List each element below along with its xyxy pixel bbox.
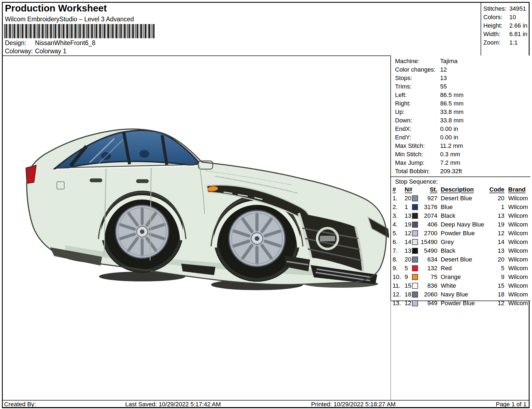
stop-row-needle: 18 (405, 290, 412, 299)
stop-row-code: 13 (485, 211, 504, 220)
stop-row-brand: Wilcom (504, 194, 528, 203)
machine-info-row: Right:86.5 mm (395, 99, 530, 108)
machine-info-row: Machine:Tajima (395, 57, 530, 65)
stop-sequence-row: 10.975Orange9Wilcom (393, 273, 530, 281)
last-saved-text: Last Saved: 10/29/2022 5:17:42 AM (125, 401, 221, 408)
stop-row-number: 11. (393, 281, 405, 290)
stop-row-brand: Wilcom (504, 290, 528, 299)
stat-value: 1:1 (509, 39, 518, 46)
colorway-row: Colorway:Colorway 1 (5, 48, 66, 55)
machine-info-row: EndY:0.00 in (395, 133, 530, 142)
stop-row-stitches: 927 (418, 194, 439, 203)
machine-panel: Machine:TajimaColor changes:12Stops:13Tr… (390, 55, 530, 301)
created-by-label: Created By: (4, 401, 36, 408)
stop-row-needle: 20 (405, 255, 412, 264)
machine-info-label: Max Stitch: (395, 142, 440, 150)
color-swatch (412, 274, 418, 280)
color-swatch (412, 204, 418, 210)
stop-row-brand: Wilcom (504, 211, 528, 220)
stop-row-stitches: 5490 (418, 246, 439, 255)
footer: Created By: Last Saved: 10/29/2022 5:17:… (3, 400, 529, 408)
software-subtitle: Wilcom EmbroideryStudio – Level 3 Advanc… (5, 16, 134, 23)
swatch-cell (412, 229, 418, 238)
stop-row-stitches: 634 (418, 255, 439, 264)
stop-sequence-row: 2.13176Blue1Wilcom (393, 203, 530, 211)
machine-info-label: Min Stitch: (395, 150, 440, 158)
stat-value: 10 (509, 14, 516, 20)
stop-row-number: 7. (393, 246, 405, 255)
stop-row-needle: 13 (405, 246, 412, 255)
machine-info-row: Max Stitch:11.2 mm (395, 142, 530, 150)
stat-row: Zoom:1:1 (483, 38, 531, 47)
stop-row-needle: 9 (405, 273, 412, 281)
col-header-n: N# (405, 186, 412, 194)
machine-info-label: Down: (395, 116, 440, 125)
machine-info-value: 86.5 mm (440, 92, 464, 98)
stop-row-needle: 19 (405, 220, 412, 229)
stop-row-description: Desert Blue (439, 194, 485, 203)
swatch-cell (412, 194, 418, 203)
color-swatch (412, 257, 418, 263)
machine-info-value: 0.00 in (440, 134, 458, 141)
stop-row-stitches: 2700 (418, 229, 439, 238)
stop-row-brand: Wilcom (504, 203, 528, 211)
stop-row-description: Grey (439, 238, 485, 246)
stop-row-stitches: 75 (418, 273, 439, 281)
stop-row-description: Black (439, 246, 485, 255)
stat-row: Stitches:34951 (483, 4, 531, 13)
stop-row-code: 20 (485, 194, 504, 203)
stat-row: Height:2.66 in (483, 21, 531, 30)
machine-info-list: Machine:TajimaColor changes:12Stops:13Tr… (391, 55, 530, 175)
stop-row-needle: 20 (405, 194, 412, 203)
design-label: Design: (5, 39, 35, 47)
stat-value: 2.66 in (509, 22, 527, 29)
color-swatch (412, 195, 418, 201)
stop-row-number: 5. (393, 229, 405, 238)
stop-row-number: 10. (393, 273, 405, 281)
stop-row-description: Powder Blue (439, 299, 485, 308)
stop-sequence-table: # N# St. Description Code Brand 1.20927D… (393, 186, 530, 308)
design-stats-box: Stitches:34951Colors:10Height:2.66 inWid… (481, 3, 531, 57)
stop-row-description: Desert Blue (439, 255, 485, 264)
door-handle (136, 179, 149, 183)
stop-row-brand: Wilcom (504, 273, 528, 281)
stop-row-code: 9 (485, 273, 504, 281)
badge-bar (320, 236, 335, 241)
printed-text: Printed: 10/29/2022 5:18:27 AM (311, 401, 396, 408)
stop-row-brand: Wilcom (504, 246, 528, 255)
col-header-code: Code (485, 186, 504, 194)
machine-info-label: Max Jump: (395, 158, 440, 167)
stop-table-header: # N# St. Description Code Brand (393, 186, 530, 194)
machine-info-label: Machine: (395, 57, 440, 65)
machine-info-label: Color changes: (395, 65, 440, 74)
stop-row-brand: Wilcom (504, 299, 528, 308)
design-name: NissanWhiteFront6_8 (35, 39, 95, 46)
machine-info-value: 0.3 mm (440, 151, 460, 158)
stop-row-number: 1. (393, 194, 405, 203)
design-barcode (4, 24, 154, 38)
stop-sequence-row: 9.5132Red5Wilcom (393, 264, 530, 273)
machine-info-row: Stops:13 (395, 74, 530, 82)
stop-row-stitches: 15490 (418, 238, 439, 246)
stop-row-needle: 14 (405, 238, 412, 246)
stop-row-brand: Wilcom (504, 229, 528, 238)
stop-row-description: Deep Navy Blue (439, 220, 485, 229)
stat-value: 6.81 in (509, 31, 527, 37)
color-swatch (412, 222, 418, 228)
machine-info-value: Tajima (440, 58, 458, 64)
machine-info-label: Total Bobbin: (395, 167, 440, 175)
swatch-cell (412, 273, 418, 281)
stop-row-number: 8. (393, 255, 405, 264)
stop-row-description: Blue (439, 203, 485, 211)
color-swatch (412, 248, 418, 254)
design-preview-image (24, 127, 389, 295)
stop-row-needle: 5 (405, 264, 412, 273)
machine-info-row: Up:33.8 mm (395, 108, 530, 116)
stat-label: Stitches: (483, 4, 509, 13)
stop-row-description: Red (439, 264, 485, 273)
stop-row-number: 9. (393, 264, 405, 273)
machine-info-row: Max Jump:7.2 mm (395, 158, 530, 167)
stop-row-number: 3. (393, 211, 405, 220)
stop-row-description: Orange (439, 273, 485, 281)
machine-info-value: 0.00 in (440, 125, 458, 132)
